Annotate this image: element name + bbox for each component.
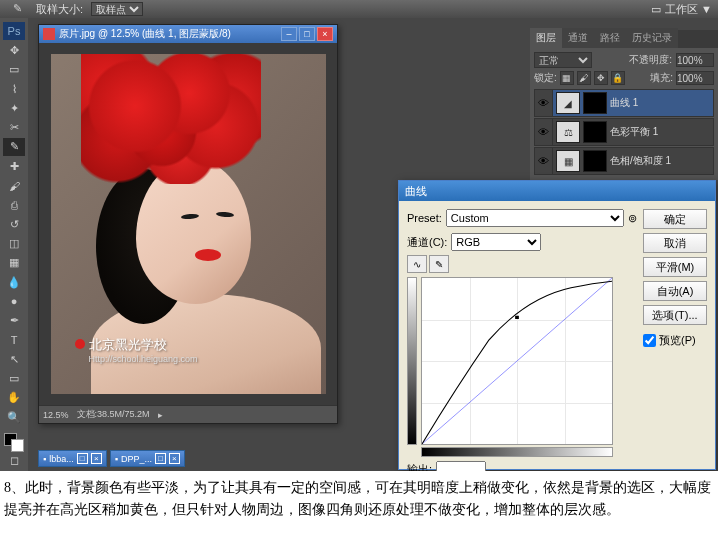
curve-pencil-tool[interactable]: ✎ — [429, 255, 449, 273]
options-bar: ✎ 取样大小: 取样点 ▭ 工作区 ▼ — [0, 0, 718, 18]
marquee-tool[interactable]: ▭ — [3, 61, 25, 79]
crop-tool[interactable]: ✂ — [3, 118, 25, 136]
preview-checkbox[interactable] — [643, 334, 656, 347]
close-button[interactable]: × — [317, 27, 333, 41]
curve-graph[interactable] — [421, 277, 613, 445]
eyedropper-tool[interactable]: ✎ — [3, 138, 25, 156]
options-button[interactable]: 选项(T)... — [643, 305, 707, 325]
minimized-documents: ▪ lbba... □ × ▪ DPP_... □ × — [38, 450, 185, 467]
fill-input[interactable] — [676, 71, 714, 85]
channel-select[interactable]: RGB — [451, 233, 541, 251]
curve-point-tool[interactable]: ∿ — [407, 255, 427, 273]
visibility-icon[interactable]: 👁 — [535, 119, 553, 145]
brush-tool[interactable]: 🖌 — [3, 176, 25, 194]
opacity-label: 不透明度: — [629, 53, 672, 67]
visibility-icon[interactable]: 👁 — [535, 90, 553, 116]
status-arrow-icon[interactable]: ▸ — [158, 410, 163, 420]
eyedropper-options-icon: ✎ — [6, 0, 28, 19]
zoom-level[interactable]: 12.5% — [43, 410, 69, 420]
screen-mode-icon[interactable]: ▭ — [651, 3, 661, 16]
cancel-button[interactable]: 取消 — [643, 233, 707, 253]
preset-select[interactable]: Custom — [446, 209, 624, 227]
document-canvas[interactable]: 北京黑光学校 Http://school.heiguang.com — [39, 43, 337, 405]
layer-row[interactable]: 👁 ▦ 色相/饱和度 1 — [534, 147, 714, 175]
path-tool[interactable]: ↖ — [3, 350, 25, 368]
document-titlebar[interactable]: 原片.jpg @ 12.5% (曲线 1, 图层蒙版/8) – □ × — [39, 25, 337, 43]
dialog-titlebar[interactable]: 曲线 — [399, 181, 715, 201]
zoom-tool[interactable]: 🔍 — [3, 408, 25, 426]
tab-close-icon[interactable]: × — [91, 453, 102, 464]
layer-row[interactable]: 👁 ◢ 曲线 1 — [534, 89, 714, 117]
auto-button[interactable]: 自动(A) — [643, 281, 707, 301]
color-swatch[interactable] — [4, 433, 24, 451]
ok-button[interactable]: 确定 — [643, 209, 707, 229]
sample-size-select[interactable]: 取样点 — [91, 2, 143, 16]
maximize-button[interactable]: □ — [299, 27, 315, 41]
lock-all-icon[interactable]: 🔒 — [611, 71, 625, 85]
hand-tool[interactable]: ✋ — [3, 389, 25, 407]
tab-close-icon[interactable]: × — [169, 453, 180, 464]
blur-tool[interactable]: 💧 — [3, 273, 25, 291]
move-tool[interactable]: ✥ — [3, 41, 25, 59]
layer-name[interactable]: 色相/饱和度 1 — [610, 154, 713, 168]
lock-position-icon[interactable]: ✥ — [594, 71, 608, 85]
doc-tab[interactable]: ▪ lbba... □ × — [38, 450, 107, 467]
tutorial-caption: 8、此时，背景颜色有些平淡，为了让其具有一定的空间感，可在其明暗度上稍做变化，依… — [0, 471, 718, 526]
adjustment-thumb[interactable]: ◢ — [556, 92, 580, 114]
tab-restore-icon[interactable]: □ — [77, 453, 88, 464]
history-brush-tool[interactable]: ↺ — [3, 215, 25, 233]
output-label: 输出: — [407, 462, 432, 472]
stamp-tool[interactable]: ⎙ — [3, 196, 25, 214]
tab-layers[interactable]: 图层 — [530, 28, 562, 48]
lock-transparency-icon[interactable]: ▦ — [560, 71, 574, 85]
lasso-tool[interactable]: ⌇ — [3, 80, 25, 98]
adjustment-thumb[interactable]: ⚖ — [556, 121, 580, 143]
channel-label: 通道(C): — [407, 235, 447, 250]
wand-tool[interactable]: ✦ — [3, 99, 25, 117]
panel-tabs: 图层 通道 路径 历史记录 — [530, 30, 718, 48]
document-icon — [43, 28, 55, 40]
doc-tab-icon: ▪ — [115, 454, 118, 464]
smooth-button[interactable]: 平滑(M) — [643, 257, 707, 277]
shape-tool[interactable]: ▭ — [3, 369, 25, 387]
workspace-label: 工作区 ▼ — [665, 2, 712, 17]
preview-label: 预览(P) — [659, 333, 696, 348]
doc-tab-name: lbba... — [49, 454, 74, 464]
minimize-button[interactable]: – — [281, 27, 297, 41]
preset-menu-icon[interactable]: ⊚ — [628, 212, 637, 225]
layer-row[interactable]: 👁 ⚖ 色彩平衡 1 — [534, 118, 714, 146]
doc-tab-icon: ▪ — [43, 454, 46, 464]
lock-pixels-icon[interactable]: 🖌 — [577, 71, 591, 85]
watermark: 北京黑光学校 Http://school.heiguang.com — [75, 336, 198, 364]
tab-restore-icon[interactable]: □ — [155, 453, 166, 464]
photo-content: 北京黑光学校 Http://school.heiguang.com — [51, 54, 326, 394]
doc-tab[interactable]: ▪ DPP_... □ × — [110, 450, 185, 467]
svg-line-0 — [422, 278, 612, 444]
layer-name[interactable]: 曲线 1 — [610, 96, 713, 110]
document-title: 原片.jpg @ 12.5% (曲线 1, 图层蒙版/8) — [59, 27, 231, 41]
tab-paths[interactable]: 路径 — [594, 28, 626, 48]
type-tool[interactable]: T — [3, 331, 25, 349]
workspace-switcher[interactable]: ▭ 工作区 ▼ — [651, 2, 712, 17]
pen-tool[interactable]: ✒ — [3, 311, 25, 329]
layer-mask-thumb[interactable] — [583, 92, 607, 114]
eraser-tool[interactable]: ◫ — [3, 234, 25, 252]
layer-name[interactable]: 色彩平衡 1 — [610, 125, 713, 139]
tab-history[interactable]: 历史记录 — [626, 28, 678, 48]
tab-channels[interactable]: 通道 — [562, 28, 594, 48]
output-gradient — [407, 277, 417, 445]
dodge-tool[interactable]: ● — [3, 292, 25, 310]
adjustment-thumb[interactable]: ▦ — [556, 150, 580, 172]
opacity-input[interactable] — [676, 53, 714, 67]
quickmask-toggle[interactable]: ◻ — [3, 452, 25, 470]
layer-mask-thumb[interactable] — [583, 121, 607, 143]
gradient-tool[interactable]: ▦ — [3, 254, 25, 272]
doc-size: 文档:38.5M/75.2M — [77, 408, 150, 421]
heal-tool[interactable]: ✚ — [3, 157, 25, 175]
input-gradient — [421, 447, 613, 457]
output-input[interactable] — [436, 461, 486, 471]
blend-mode-select[interactable]: 正常 — [534, 52, 592, 68]
svg-rect-1 — [515, 316, 519, 319]
layer-mask-thumb[interactable] — [583, 150, 607, 172]
visibility-icon[interactable]: 👁 — [535, 148, 553, 174]
